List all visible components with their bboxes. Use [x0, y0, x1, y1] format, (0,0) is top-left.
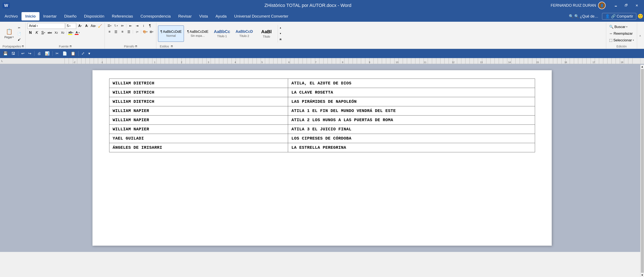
menu-insertar[interactable]: Insertar	[40, 12, 60, 21]
font-size-selector[interactable]: 5 ▾	[66, 23, 76, 29]
text-highlight-button[interactable]: ab ▾	[68, 30, 74, 35]
buscar-button[interactable]: 🔍Buscar▾	[608, 24, 629, 30]
superscript-button[interactable]: X2	[60, 30, 66, 35]
restore-button[interactable]: 🗗	[622, 2, 631, 9]
smiley-button[interactable]: 🙂	[638, 14, 643, 19]
subscript-button[interactable]: X2	[53, 30, 59, 35]
format-painter-button[interactable]: 🖌	[16, 37, 22, 42]
parrafo-expand-icon[interactable]: ⬒	[135, 45, 137, 48]
edicion-label: Edición	[616, 45, 627, 48]
line-spacing-button[interactable]: ↕▾	[134, 29, 140, 35]
table-row: WILLIAM NAPIERATILA 2 LOS HUNOS A LAS PU…	[109, 116, 535, 125]
collapse-ribbon-button[interactable]: ∧	[637, 23, 643, 49]
menu-revisar[interactable]: Revisar	[174, 12, 196, 21]
styles-scroll-up[interactable]: ▲	[278, 25, 282, 31]
style-titulo[interactable]: AaBl Título	[256, 26, 277, 42]
menu-archivo[interactable]: Archivo	[1, 12, 22, 21]
styles-scroll-down[interactable]: ▼	[278, 31, 282, 37]
style-titulo2[interactable]: AaBbCcD Título 2	[233, 26, 255, 42]
portapapeles-expand-icon[interactable]: ⬒	[22, 45, 24, 48]
search-help-button[interactable]: 🔍🔍 ¿Qué de…	[566, 13, 601, 20]
cut-button[interactable]: ✂	[16, 25, 22, 30]
close-button[interactable]: ✕	[632, 2, 642, 9]
align-center-button[interactable]: ☰	[113, 29, 119, 35]
title-cell: LA ESTRELLA PEREGRINA	[288, 143, 535, 152]
change-case-button[interactable]: Aa▾	[90, 23, 96, 29]
author-cell: WILLIAM DIETRICH	[109, 88, 288, 97]
author-cell: YAEL GUILADI	[109, 134, 288, 143]
edicion-group: 🔍Buscar▾ ↔Reemplazar ⬚Seleccionar▾ Edici…	[606, 23, 637, 49]
scroll-thumb[interactable]	[641, 69, 644, 273]
align-left-button[interactable]: ≡	[106, 29, 112, 35]
seleccionar-button[interactable]: ⬚Seleccionar▾	[608, 37, 635, 43]
author-cell: WILLIAM NAPIER	[109, 106, 288, 116]
align-right-button[interactable]: ≡	[120, 29, 125, 35]
menu-diseno[interactable]: Diseño	[60, 12, 80, 21]
share-button[interactable]: 👤🔗 Compartir	[602, 13, 636, 20]
clear-formatting-button[interactable]: 🧹	[97, 23, 103, 29]
scroll-down-button[interactable]: ▼	[641, 273, 644, 277]
save-as-button[interactable]: 🖫	[10, 51, 17, 57]
table-button[interactable]: 📊	[44, 50, 51, 57]
minimize-button[interactable]: 🗕	[611, 2, 620, 9]
numbering-button[interactable]: ⒈▾	[113, 23, 119, 29]
print-button[interactable]: 🖨	[36, 51, 42, 57]
ruler: L -2-1123456789101112131415161718	[0, 58, 644, 64]
style-titulo1[interactable]: AaBbCc Título 1	[212, 26, 232, 42]
menu-disposicion[interactable]: Disposición	[80, 12, 108, 21]
menu-referencias[interactable]: Referencias	[108, 12, 137, 21]
table-row: WILLIAM DIETRICHLAS PIRÁMIDES DE NAPOLEÓ…	[109, 97, 535, 106]
menu-udc[interactable]: Universal Document Converter	[230, 12, 292, 21]
title-cell: LOS CIPRESES DE CÓRDOBA	[288, 134, 535, 143]
bold-button[interactable]: N	[27, 30, 33, 35]
reemplazar-button[interactable]: ↔Reemplazar	[608, 31, 634, 37]
table-row: WILLIAM NAPIERATILA 1 EL FIN DEL MUNDO V…	[109, 106, 535, 116]
increase-indent-button[interactable]: ⇥	[134, 23, 140, 29]
decrease-indent-button[interactable]: ⇤	[128, 23, 134, 29]
styles-expand[interactable]: ⬒	[278, 37, 282, 42]
borders-button[interactable]: ⊞▾	[149, 29, 154, 35]
style-normal[interactable]: ¶ AaBbCcDdE Normal	[158, 26, 184, 42]
title-cell: ATILA 2 LOS HUNOS A LAS PUERTAS DE ROMA	[288, 116, 535, 125]
underline-button[interactable]: S ▾	[40, 30, 46, 35]
bullets-button[interactable]: ☰▾	[106, 23, 112, 29]
qa-copy-button[interactable]: 📄	[61, 50, 68, 57]
style-no-space[interactable]: ¶ AaBbCcDdE Sin espa…	[185, 26, 211, 42]
multilevel-button[interactable]: ≡▾	[120, 23, 125, 29]
pegar-button[interactable]: 📋 Pegar ▾	[2, 25, 16, 42]
qa-paste-button[interactable]: 📋	[69, 50, 77, 57]
menu-inicio[interactable]: Inicio	[22, 12, 40, 21]
document-table: WILLIAM DIETRICHATILA, EL AZOTE DE DIOSW…	[109, 79, 535, 152]
estilos-group: ¶ AaBbCcDdE Normal ¶ AaBbCcDdE Sin espa……	[156, 23, 606, 49]
sort-button[interactable]: ↕	[140, 23, 146, 29]
menu-ayuda[interactable]: Ayuda	[212, 12, 230, 21]
scroll-up-button[interactable]: ▲	[641, 65, 644, 69]
italic-button[interactable]: K	[34, 30, 40, 35]
redo-button[interactable]: ↪	[27, 50, 33, 57]
save-button[interactable]: 💾	[2, 50, 9, 57]
title-cell: ATILA 3 EL JUICIO FINAL	[288, 125, 535, 134]
font-grow-button[interactable]: A+	[77, 23, 83, 29]
author-cell: WILLIAM NAPIER	[109, 125, 288, 134]
fuente-expand-icon[interactable]: ⬒	[70, 45, 72, 48]
ribbon: 📋 Pegar ▾ ✂ 📄 🖌 Portapapeles ⬒	[0, 22, 644, 49]
font-shrink-button[interactable]: A-	[84, 23, 90, 29]
estilos-expand-icon[interactable]: ⬒	[171, 45, 173, 48]
font-color-button[interactable]: A ▾	[74, 30, 80, 35]
qa-customize-button[interactable]: ▾	[87, 50, 92, 57]
shading-button[interactable]: 🎨▾	[142, 29, 148, 35]
qa-more-button[interactable]: ⤢	[80, 50, 86, 57]
user-area: FERNANDO RUIZ DURAN 👤 🗕 🗗 ✕	[551, 2, 642, 9]
justify-button[interactable]: ☰	[126, 29, 132, 35]
author-cell: WILLIAM DIETRICH	[109, 97, 288, 106]
paragraph-mark-button[interactable]: ¶	[147, 23, 153, 29]
strikethrough-button[interactable]: abc	[47, 30, 52, 35]
undo-button[interactable]: ↩	[20, 50, 26, 57]
menu-correspondencia[interactable]: Correspondencia	[137, 12, 174, 21]
portapapeles-group: 📋 Pegar ▾ ✂ 📄 🖌 Portapapeles ⬒	[1, 23, 26, 49]
copy-button[interactable]: 📄	[16, 31, 22, 36]
qa-cut-button[interactable]: ✂	[54, 50, 60, 57]
fuente-group: Arial ▾ 5 ▾ A+ A- Aa▾ 🧹 N K	[26, 23, 105, 49]
menu-vista[interactable]: Vista	[196, 12, 212, 21]
font-name-selector[interactable]: Arial ▾	[27, 23, 65, 29]
